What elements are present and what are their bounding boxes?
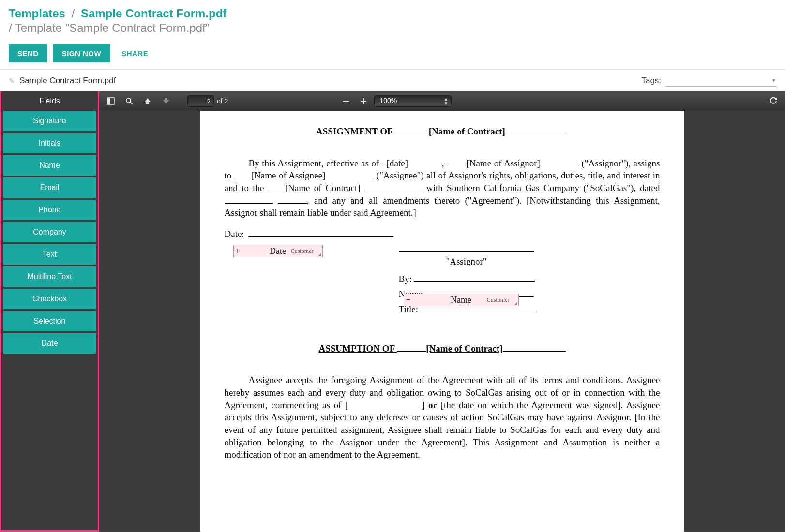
resize-handle-icon[interactable] [317, 251, 321, 256]
field-item-email[interactable]: Email [3, 177, 96, 198]
zoom-select[interactable]: 100% ▲▼ [374, 95, 452, 107]
fields-sidebar: Fields Signature Initials Name Email Pho… [0, 91, 99, 532]
refresh-icon[interactable] [767, 94, 780, 108]
page-indicator: of 2 [187, 95, 228, 107]
p1-assignor: [Name of Assignor] [466, 158, 540, 168]
heading2-blank-label: [Name of Contract] [426, 343, 502, 354]
p1-assignee: [Name of Assignee] [251, 170, 325, 180]
resize-handle-icon[interactable] [513, 300, 517, 305]
svg-rect-1 [107, 98, 110, 104]
field-item-phone[interactable]: Phone [3, 200, 96, 220]
svg-rect-6 [363, 98, 364, 104]
field-item-signature[interactable]: Signature [3, 111, 96, 131]
page-header: Templates / Sample Contract Form.pdf /Te… [0, 0, 785, 40]
svg-point-2 [126, 98, 131, 103]
field-item-checkbox[interactable]: Checkbox [3, 289, 96, 309]
placed-field-date[interactable]: + Date Customer [233, 245, 323, 257]
breadcrumb-separator: / [72, 7, 75, 20]
p1-f: , and any and all amendments thereto ("A… [225, 195, 660, 218]
share-button[interactable]: SHARE [116, 44, 154, 62]
heading1-blank-label: [Name of Contract] [429, 126, 505, 136]
paragraph-1: By this Assignment, effective as of [dat… [225, 157, 660, 219]
paragraph-2: Assignee accepts the foregoing Assignmen… [225, 374, 660, 460]
search-icon[interactable] [122, 94, 136, 108]
editor-area: Fields Signature Initials Name Email Pho… [0, 91, 785, 532]
placed-date-role: Customer [291, 247, 314, 255]
p1-contract: [Name of Contract] [285, 183, 361, 193]
move-handle-icon[interactable]: + [406, 295, 410, 306]
field-item-date[interactable]: Date [3, 333, 96, 354]
document-page: ASSIGNMENT OF [Name of Contract] By this… [200, 111, 684, 532]
tags-input[interactable] [665, 74, 776, 87]
p1-e: with Southern California Gas Company ("S… [423, 183, 660, 193]
file-name: Sample Contract Form.pdf [19, 76, 116, 86]
tags-label: Tags: [641, 76, 661, 86]
heading2-text: ASSUMPTION OF [318, 343, 397, 354]
doc-heading-1: ASSIGNMENT OF [Name of Contract] [225, 125, 660, 138]
placed-name-label: Name [451, 294, 471, 306]
move-handle-icon[interactable]: + [236, 246, 240, 257]
p1-date: [date] [387, 158, 408, 168]
date-line: Date: [225, 228, 660, 240]
sig-by: By: [399, 274, 412, 284]
breadcrumb-root[interactable]: Templates [9, 7, 65, 20]
p1-a: By this Assignment, effective as of [249, 158, 382, 168]
field-item-text[interactable]: Text [3, 244, 96, 265]
page-number-input[interactable] [187, 95, 214, 107]
placed-date-label: Date [270, 245, 286, 257]
p1-b: , [442, 158, 447, 168]
pdf-toolbar: of 2 100% ▲▼ [99, 91, 785, 111]
doc-heading-2: ASSUMPTION OF [Name of Contract] [225, 342, 660, 355]
field-item-name[interactable]: Name [3, 155, 96, 176]
zoom-in-icon[interactable] [357, 94, 370, 108]
assignor-label: "Assignor" [399, 255, 534, 268]
field-item-initials[interactable]: Initials [3, 133, 96, 153]
field-item-selection[interactable]: Selection [3, 311, 96, 331]
document-viewport[interactable]: ASSIGNMENT OF [Name of Contract] By this… [99, 111, 785, 532]
heading1-text: ASSIGNMENT OF [316, 126, 395, 136]
tags-area: Tags: ▼ [641, 74, 776, 87]
svg-rect-4 [343, 101, 349, 102]
toggle-sidebar-icon[interactable] [104, 94, 118, 108]
field-item-company[interactable]: Company [3, 222, 96, 242]
fields-header: Fields [1, 91, 98, 111]
p2-text: Assignee accepts the foregoing Assignmen… [225, 375, 660, 459]
breadcrumb-current-label: Template "Sample Contract Form.pdf" [15, 21, 210, 34]
page-down-icon[interactable] [159, 94, 173, 108]
zoom-controls: 100% ▲▼ [339, 94, 452, 108]
breadcrumb: Templates / Sample Contract Form.pdf [9, 7, 776, 20]
fields-list: Signature Initials Name Email Phone Comp… [1, 111, 98, 356]
zoom-out-icon[interactable] [339, 94, 353, 108]
placed-name-role: Customer [487, 296, 510, 304]
edit-icon[interactable]: ✎ [9, 77, 15, 85]
date-label: Date: [225, 229, 244, 239]
field-item-multiline[interactable]: Multiline Text [3, 266, 96, 287]
sign-now-button[interactable]: SIGN NOW [53, 44, 110, 62]
zoom-value: 100% [379, 97, 397, 104]
svg-line-3 [130, 102, 133, 104]
placed-field-name[interactable]: + Name Customer [404, 294, 519, 306]
action-bar: SEND SIGN NOW SHARE [0, 40, 785, 69]
page-of-label: of 2 [217, 97, 228, 105]
file-info-row: ✎ Sample Contract Form.pdf Tags: ▼ [0, 70, 785, 91]
zoom-stepper-icon: ▲▼ [443, 97, 448, 105]
tags-dropdown-caret[interactable]: ▼ [771, 78, 776, 83]
page-up-icon[interactable] [141, 94, 154, 108]
send-button[interactable]: SEND [9, 44, 47, 62]
breadcrumb-current: /Template "Sample Contract Form.pdf" [9, 21, 776, 35]
breadcrumb-file[interactable]: Sample Contract Form.pdf [81, 7, 226, 20]
